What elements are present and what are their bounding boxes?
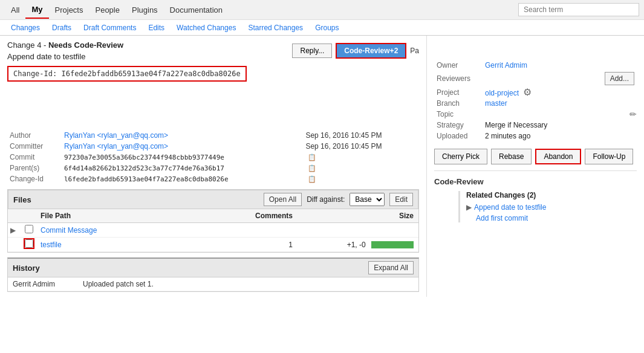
subnav-groups[interactable]: Groups — [309, 21, 345, 34]
uploaded-label: Uploaded — [434, 131, 483, 141]
code-review-button[interactable]: Code-Review+2 — [336, 43, 406, 59]
changeid-value: l6fede2bfaddb65913ae04f7a227ea8c0dba8026… — [62, 173, 303, 184]
table-row: testfile 1 +1, -0 — [8, 238, 418, 252]
commit-value: 97230a7e30055a366bc23744f948cbbb9377449e — [62, 152, 303, 163]
related-changes: Related Changes (2) ▶ Append date to tes… — [458, 191, 637, 222]
branch-value[interactable]: master — [483, 98, 510, 109]
testfile-link[interactable]: testfile — [36, 238, 189, 252]
parents-value: 6f4d14a82662b1322d523c3a77c774de76a36b17 — [62, 163, 303, 173]
expand-all-button[interactable]: Expand All — [368, 261, 414, 274]
open-all-button[interactable]: Open All — [264, 193, 302, 206]
related-changes-title: Related Changes (2) — [466, 191, 637, 199]
size-bar — [371, 241, 414, 248]
parents-label: Parent(s) — [7, 163, 62, 173]
size-header: Size — [298, 209, 418, 223]
strategy-label: Strategy — [434, 120, 483, 131]
committer-label: Committer — [7, 141, 62, 152]
nav-my[interactable]: My — [25, 1, 48, 19]
history-row: Gerrit Admim Uploaded patch set 1. — [8, 277, 418, 291]
reviewers-label: Reviewers — [434, 71, 483, 86]
author-value[interactable]: RylanYan <rylan_yan@qq.com> — [62, 130, 303, 141]
history-author: Gerrit Admim — [13, 280, 73, 288]
table-row: ▶ Commit Message — [8, 223, 418, 238]
comments-header: Comments — [189, 209, 298, 223]
add-reviewer-button[interactable]: Add... — [605, 72, 634, 85]
page-indicator: Pa — [410, 47, 419, 55]
subnav-starred-changes[interactable]: Starred Changes — [242, 21, 309, 34]
commit-label: Commit — [7, 152, 62, 163]
commit-message-file[interactable]: Commit Message — [36, 223, 189, 238]
owner-label: Owner — [434, 60, 483, 71]
uploaded-value: 2 minutes ago — [483, 131, 637, 141]
divider — [434, 170, 637, 171]
nav-plugins[interactable]: Plugins — [126, 2, 164, 18]
subnav-watched-changes[interactable]: Watched Changes — [171, 21, 242, 34]
subnav-drafts[interactable]: Drafts — [46, 21, 77, 34]
history-section: History Expand All Gerrit Admim Uploaded… — [7, 257, 419, 292]
changeid-copy-icon[interactable]: 📋 — [308, 175, 316, 183]
abandon-button[interactable]: Abandon — [535, 149, 581, 164]
search-input[interactable] — [518, 3, 639, 16]
change-id-box: Change-Id: I6fede2bfaddb65913ae04f7a227e… — [7, 66, 247, 82]
size-label: +1, -0 — [347, 241, 366, 249]
committer-date: Sep 16, 2016 10:45 PM — [303, 141, 419, 152]
nav-all[interactable]: All — [5, 2, 25, 18]
parents-copy-icon[interactable]: 📋 — [308, 164, 316, 172]
history-title: History — [13, 264, 40, 273]
diff-against-select[interactable]: Base — [350, 193, 385, 206]
committer-value[interactable]: RylanYan <rylan_yan@qq.com> — [62, 141, 303, 152]
edit-topic-icon[interactable]: ✏ — [629, 109, 637, 119]
author-label: Author — [7, 130, 62, 141]
reply-button[interactable]: Reply... — [292, 44, 332, 58]
branch-label: Branch — [434, 98, 483, 109]
subnav-changes[interactable]: Changes — [5, 21, 46, 34]
change-description: Append date to testfile — [7, 52, 247, 61]
expand-icon[interactable]: ▶ — [10, 226, 16, 235]
file-path-header: File Path — [36, 209, 189, 223]
owner-value[interactable]: Gerrit Admim — [483, 60, 530, 71]
testfile-checkbox[interactable] — [25, 239, 33, 248]
changeid-label: Change-Id — [7, 173, 62, 184]
follow-up-button[interactable]: Follow-Up — [585, 149, 633, 164]
triangle-icon-0: ▶ — [466, 203, 472, 212]
commit-message-checkbox[interactable] — [25, 225, 33, 233]
strategy-value: Merge if Necessary — [483, 120, 637, 131]
topic-label: Topic — [434, 109, 483, 120]
project-label: Project — [434, 86, 483, 98]
subnav-draft-comments[interactable]: Draft Comments — [77, 21, 142, 34]
history-description: Uploaded patch set 1. — [83, 280, 154, 288]
commit-copy-icon[interactable]: 📋 — [308, 154, 316, 161]
edit-button[interactable]: Edit — [389, 193, 413, 206]
author-date: Sep 16, 2016 10:45 PM — [303, 130, 419, 141]
related-item-0[interactable]: ▶ Append date to testfile — [466, 203, 637, 212]
cherry-pick-button[interactable]: Cherry Pick — [434, 149, 487, 164]
gear-icon[interactable]: ⚙ — [523, 87, 532, 97]
files-title: Files — [13, 195, 259, 204]
nav-documentation[interactable]: Documentation — [164, 2, 229, 18]
subnav-edits[interactable]: Edits — [142, 21, 171, 34]
project-value[interactable]: old-project — [483, 88, 521, 99]
diff-against-label: Diff against: — [307, 195, 345, 204]
nav-projects[interactable]: Projects — [49, 2, 89, 18]
testfile-comments: 1 — [189, 238, 298, 252]
rebase-button[interactable]: Rebase — [491, 149, 532, 164]
change-title: Change 4 - Needs Code-Review — [7, 40, 247, 50]
nav-people[interactable]: People — [89, 2, 125, 18]
code-review-label: Code-Review — [434, 177, 637, 186]
related-item-1[interactable]: Add first commit — [466, 214, 637, 222]
